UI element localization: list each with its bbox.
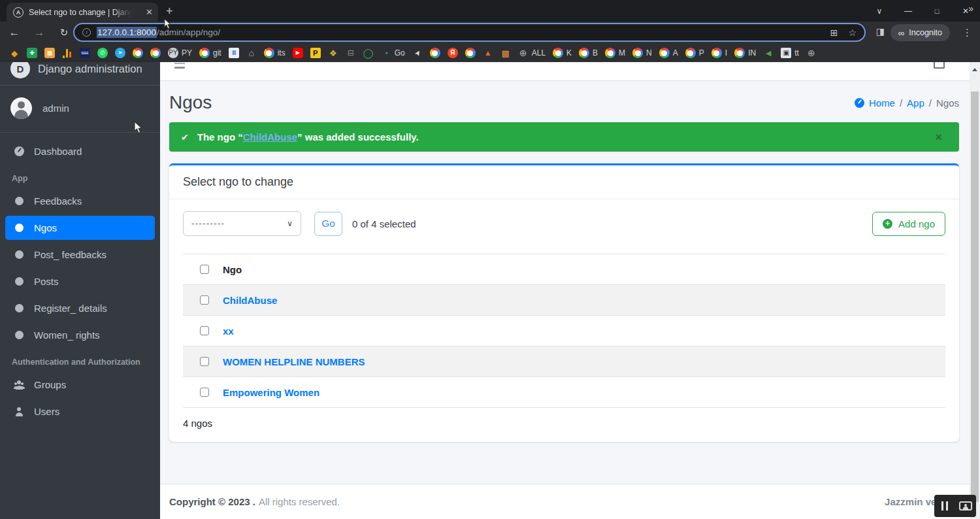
bookmark-item[interactable]: N bbox=[632, 48, 652, 58]
row-checkbox[interactable] bbox=[200, 388, 209, 397]
bookmark-item[interactable]: ❖ bbox=[328, 48, 338, 58]
sidebar-item-users[interactable]: Users bbox=[5, 399, 155, 424]
sidebar-item-women-rights[interactable]: Women_ rights bbox=[5, 323, 155, 347]
alert-ngo-link[interactable]: ChildAbuse bbox=[243, 131, 297, 142]
rights-text: All rights reserved. bbox=[259, 496, 340, 507]
fullscreen-icon[interactable] bbox=[934, 62, 945, 69]
bookmark-item[interactable] bbox=[62, 48, 73, 58]
bookmark-item[interactable]: K bbox=[553, 48, 572, 58]
success-alert: ✔ The ngo “ChildAbuse” was added success… bbox=[169, 122, 959, 152]
bookmark-item[interactable]: B bbox=[579, 48, 598, 58]
row-checkbox[interactable] bbox=[200, 357, 209, 366]
back-button[interactable]: ← bbox=[5, 22, 24, 44]
bookmark-item[interactable]: ◔ Go bbox=[381, 48, 405, 58]
bookmark-item[interactable]: ⊕ ALL bbox=[518, 48, 546, 58]
bookmark-item[interactable]: IN bbox=[734, 48, 756, 58]
pause-button[interactable] bbox=[934, 495, 955, 517]
bookmark-item[interactable] bbox=[150, 48, 161, 58]
pip-button[interactable] bbox=[955, 495, 976, 517]
row-checkbox[interactable] bbox=[200, 326, 209, 335]
bookmark-item[interactable]: ◯ bbox=[363, 48, 374, 58]
sidebar-item-register-details[interactable]: Register_ details bbox=[5, 296, 155, 320]
extensions-grid-icon[interactable]: ⊞ bbox=[830, 27, 838, 38]
scrollbar-up-icon[interactable] bbox=[972, 68, 977, 71]
scrollbar-thumb[interactable] bbox=[971, 92, 979, 502]
bookmark-item[interactable]: its bbox=[264, 48, 286, 58]
browser-menu-icon[interactable]: ⋮ bbox=[962, 27, 972, 39]
column-header-ngo[interactable]: Ngo bbox=[223, 264, 242, 275]
bookmark-item[interactable] bbox=[465, 48, 476, 58]
add-ngo-button[interactable]: + Add ngo bbox=[872, 212, 945, 236]
bookmark-icon: Я bbox=[448, 48, 458, 58]
bookmark-item[interactable] bbox=[133, 48, 143, 58]
bookmark-item[interactable]: ▲ bbox=[483, 48, 493, 58]
tab-search-icon[interactable]: ∨ bbox=[865, 7, 894, 16]
sidebar-item-feedbacks[interactable]: Feedbacks bbox=[5, 189, 155, 213]
bookmarks-overflow-icon[interactable]: » bbox=[968, 3, 973, 14]
alert-close-icon[interactable]: × bbox=[935, 131, 942, 143]
action-select[interactable]: --------- ∨ bbox=[183, 211, 301, 236]
bookmark-item[interactable] bbox=[430, 48, 440, 58]
sidebar-item-posts[interactable]: Posts bbox=[5, 269, 155, 293]
breadcrumb-home-link[interactable]: Home bbox=[869, 97, 895, 109]
bookmark-item[interactable]: P bbox=[310, 48, 321, 58]
url-bar[interactable]: i 127.0.0.1:8000/admin/app/ngo/ ⊞ ☆ bbox=[73, 23, 866, 42]
close-window-button[interactable]: ✕ bbox=[951, 7, 980, 16]
bookmark-icon: ▣ bbox=[781, 48, 791, 58]
tab-close-icon[interactable]: ✕ bbox=[146, 8, 153, 16]
bookmark-item[interactable]: ➤ bbox=[412, 48, 423, 58]
bookmark-item[interactable]: git bbox=[199, 48, 221, 58]
bookmark-item[interactable]: ✆ bbox=[97, 48, 108, 58]
site-info-icon[interactable]: i bbox=[82, 28, 91, 37]
sidebar-item-label: Feedbacks bbox=[34, 195, 82, 207]
minimize-button[interactable]: — bbox=[894, 7, 923, 16]
bookmark-item[interactable]: PY PY bbox=[168, 48, 192, 58]
sidebar-item-ngos[interactable]: Ngos bbox=[5, 216, 155, 240]
forward-button[interactable]: → bbox=[30, 22, 48, 44]
ngo-link[interactable]: Empowering Women bbox=[223, 387, 319, 398]
row-checkbox[interactable] bbox=[200, 295, 209, 305]
bookmark-icon: ◀ bbox=[763, 48, 774, 58]
select-all-checkbox[interactable] bbox=[200, 265, 209, 274]
bookmark-label: M bbox=[619, 48, 625, 58]
bookmark-item[interactable]: ◀ bbox=[763, 48, 774, 58]
brand-link[interactable]: D Django administration bbox=[0, 62, 160, 86]
bookmark-label: ALL bbox=[532, 48, 546, 58]
sidebar-item-groups[interactable]: Groups bbox=[5, 373, 155, 397]
go-button[interactable]: Go bbox=[314, 212, 342, 236]
bookmark-item[interactable]: ➤ bbox=[115, 48, 125, 58]
bookmark-item[interactable]: ▣ tt bbox=[781, 48, 799, 58]
page-scrollbar[interactable] bbox=[970, 62, 980, 519]
hamburger-menu-icon[interactable] bbox=[174, 67, 185, 69]
maximize-button[interactable]: □ bbox=[923, 7, 951, 15]
url-text[interactable]: 127.0.0.1:8000/admin/app/ngo/ bbox=[97, 27, 220, 37]
bookmark-item[interactable]: P bbox=[685, 48, 704, 58]
bookmark-item[interactable]: ▶ bbox=[293, 48, 303, 58]
bookmark-item[interactable]: M bbox=[605, 48, 625, 58]
ngo-link[interactable]: ChildAbuse bbox=[223, 295, 277, 306]
sidebar-item-post-feedbacks[interactable]: Post_ feedbacks bbox=[5, 243, 155, 267]
bookmark-item[interactable]: ⊕ bbox=[806, 48, 817, 58]
ngo-link[interactable]: WOMEN HELPLINE NUMBERS bbox=[223, 356, 365, 367]
bookmark-item[interactable]: ▦ bbox=[44, 48, 55, 58]
bookmark-star-icon[interactable]: ☆ bbox=[848, 27, 857, 38]
side-panel-icon[interactable]: ◨ bbox=[876, 26, 885, 37]
bookmark-item[interactable]: A bbox=[659, 48, 678, 58]
bookmark-item[interactable]: ▩ bbox=[500, 48, 511, 58]
ngo-link[interactable]: xx bbox=[223, 326, 234, 337]
bookmark-item[interactable]: IEEE bbox=[80, 48, 90, 58]
browser-tab[interactable]: A Select ngo to change | Django sit ✕ bbox=[7, 3, 158, 22]
bookmark-item[interactable]: ⌂ bbox=[246, 48, 257, 58]
breadcrumb-app-link[interactable]: App bbox=[907, 97, 924, 109]
bookmark-item[interactable]: ⊟ bbox=[346, 48, 356, 58]
new-tab-button[interactable]: + bbox=[166, 5, 173, 18]
sidebar-item-icon bbox=[10, 197, 27, 205]
bookmark-item[interactable]: Я bbox=[448, 48, 458, 58]
reload-button[interactable]: ↻ bbox=[55, 22, 73, 44]
bookmark-item[interactable]: ✚ bbox=[27, 48, 37, 58]
bookmark-item[interactable]: ‖‖ bbox=[229, 48, 239, 58]
bookmark-item[interactable]: I bbox=[711, 48, 727, 58]
sidebar-item-dashboard[interactable]: Dashboard bbox=[5, 139, 155, 163]
brand-title: Django administration bbox=[38, 63, 142, 75]
bookmark-item[interactable]: ◆ bbox=[9, 48, 20, 58]
